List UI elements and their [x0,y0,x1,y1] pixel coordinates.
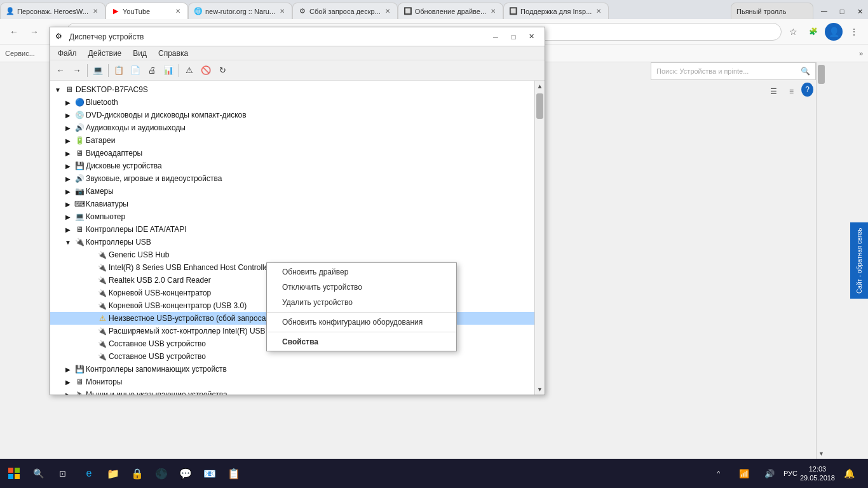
browser-scrollbar[interactable]: ▼ [816,62,826,459]
expand-bluetooth[interactable]: ▶ [63,97,73,107]
tree-bluetooth[interactable]: ▶ 🔵 Bluetooth [50,96,534,109]
expand-audio[interactable]: ▶ [63,123,73,133]
expand-usb[interactable]: ▼ [63,237,73,247]
tree-audio[interactable]: ▶ 🔊 Аудиовходы и аудиовыходы [50,121,534,134]
scroll-thumb[interactable] [818,65,825,84]
profile-button[interactable]: 👤 [825,23,843,41]
language-indicator[interactable]: РУС [783,470,797,477]
browser-minimize[interactable]: ─ [816,5,832,18]
menu-button[interactable]: ⋮ [845,23,863,41]
expand-root[interactable]: ▼ [53,85,63,95]
tab-heroes[interactable]: 👤 Персонаж. HeroesW... ✕ [0,3,105,19]
toolbar-icon4[interactable]: 📊 [161,63,176,78]
ctx-disable-device[interactable]: Отключить устройство [267,280,456,295]
bookmarks-arrow[interactable]: » [859,50,863,57]
start-button[interactable] [3,462,25,485]
edge-btn[interactable]: e [78,462,100,485]
expand-ide[interactable]: ▶ [63,224,73,234]
restore-btn[interactable]: □ [505,30,522,43]
toolbar-warn[interactable]: ⚠ [182,63,197,78]
toolbar-refresh[interactable]: ↻ [215,63,230,78]
scroll-down-tree[interactable]: ▼ [535,384,545,395]
expand-sound[interactable]: ▶ [63,173,73,184]
tab-close-update[interactable]: ✕ [489,7,498,16]
tree-monitors[interactable]: ▶ 🖥 Мониторы [50,376,534,388]
tree-computer-node[interactable]: ▶ 💻 Компьютер [50,210,534,223]
tree-scroll-thumb[interactable] [536,93,543,119]
toolbar-forward[interactable]: → [69,63,85,78]
tree-dvd[interactable]: ▶ 💿 DVD-дисководы и дисководы компакт-ди… [50,109,534,121]
toolbar-disable[interactable]: 🚫 [198,63,214,78]
menu-action[interactable]: Действие [83,48,127,59]
taskbar-search-btn[interactable]: 🔍 [27,462,50,485]
expand-computer-node[interactable]: ▶ [63,212,73,222]
tab-close-heroes[interactable]: ✕ [91,7,100,16]
tab-close-sboi[interactable]: ✕ [383,7,392,16]
close-btn[interactable]: ✕ [523,30,539,43]
extensions-button[interactable]: 🧩 [804,23,822,41]
forward-button[interactable]: → [25,23,43,41]
toolbar-back[interactable]: ← [53,63,68,78]
security-btn[interactable]: 🔒 [126,462,149,485]
tab-support[interactable]: 🔲 Поддержка для Insp... ✕ [503,3,609,19]
expand-storage[interactable]: ▶ [63,364,73,374]
explorer-btn[interactable]: 📁 [102,462,125,485]
printer-search-bar[interactable]: Поиск: Устройства и прinte... 🔍 [651,62,816,80]
tree-sound[interactable]: ▶ 🔊 Звуковые, игровые и видеоустройства [50,172,534,185]
expand-dvd[interactable]: ▶ [63,110,73,120]
expand-mice[interactable]: ▶ [63,390,73,395]
tab-sboi[interactable]: ⚙ Сбой запроса дескр... ✕ [292,3,398,19]
tab-close-rutor[interactable]: ✕ [278,7,287,16]
feedback-tab[interactable]: Сайт - обратная связь [850,222,868,299]
tree-battery[interactable]: ▶ 🔋 Батареи [50,134,534,147]
tree-mice[interactable]: ▶ 🖱 Мыши и иные указывающие устройства [50,388,534,395]
tree-generic-hub[interactable]: 🔌 Generic USB Hub [50,248,534,261]
network-tray[interactable]: 📶 [733,462,756,485]
browser-close[interactable]: ✕ [851,5,868,18]
tree-video[interactable]: ▶ 🖥 Видеоадаптеры [50,147,534,159]
scroll-up-arrow[interactable]: ▲ [535,81,545,91]
help-btn[interactable]: ? [801,83,813,97]
expand-disk[interactable]: ▶ [63,161,73,171]
clock-display[interactable]: 12:03 29.05.2018 [800,464,835,483]
tree-disk[interactable]: ▶ 💾 Дисковые устройства [50,159,534,172]
toolbar-computer[interactable]: 💻 [90,63,105,78]
ctx-refresh-hw[interactable]: Обновить конфигурацию оборудования [267,315,456,330]
volume-tray[interactable]: 🔊 [758,462,781,485]
tab-update[interactable]: 🔲 Обновление драйве... ✕ [398,3,503,19]
back-button[interactable]: ← [5,23,23,41]
tab-close-youtube[interactable]: ✕ [173,7,182,16]
tab-close-support[interactable]: ✕ [594,7,603,16]
expand-monitors[interactable]: ▶ [63,377,73,387]
tree-keyboard[interactable]: ▶ ⌨ Клавиатуры [50,198,534,210]
tray-arrow[interactable]: ^ [707,462,730,485]
toolbar-icon2[interactable]: 📄 [128,63,143,78]
toolbar-icon1[interactable]: 📋 [111,63,126,78]
details-view-btn[interactable]: ≡ [784,83,799,100]
task-view-btn[interactable]: ⊡ [51,462,74,485]
tree-camera[interactable]: ▶ 📷 Камеры [50,185,534,198]
tree-root[interactable]: ▼ 🖥 DESKTOP-B7FAC9S [50,83,534,96]
tree-scrollbar[interactable]: ▲ ▼ [534,81,545,395]
bookmark-servisy[interactable]: Сервис... [5,50,35,57]
browser-maximize[interactable]: □ [834,5,850,18]
mail-btn[interactable]: 📧 [198,462,221,485]
bookmark-button[interactable]: ☆ [784,23,802,41]
ctx-remove-device[interactable]: Удалить устройство [267,295,456,310]
minimize-btn[interactable]: ─ [487,30,504,43]
menu-help[interactable]: Справка [153,48,193,59]
expand-keyboard[interactable]: ▶ [63,199,73,209]
ctx-properties[interactable]: Свойства [267,334,456,349]
viber-btn[interactable]: 💬 [174,462,197,485]
tree-ide[interactable]: ▶ 🖥 Контроллеры IDE ATA/ATAPI [50,223,534,236]
tab-rutor[interactable]: 🌐 new-rutor.org :: Naru... ✕ [188,3,292,19]
notifications-btn[interactable]: 🔔 [837,462,860,485]
scroll-down-arrow[interactable]: ▼ [817,449,826,459]
expand-battery[interactable]: ▶ [63,135,73,146]
chrome-btn[interactable]: 🌑 [150,462,173,485]
menu-file[interactable]: Файл [53,48,82,59]
tab-youtube[interactable]: ▶ YouTube ✕ [105,3,188,19]
expand-video[interactable]: ▶ [63,148,73,158]
expand-camera[interactable]: ▶ [63,186,73,196]
tab-troll[interactable]: Пьяный тролль [731,3,813,19]
